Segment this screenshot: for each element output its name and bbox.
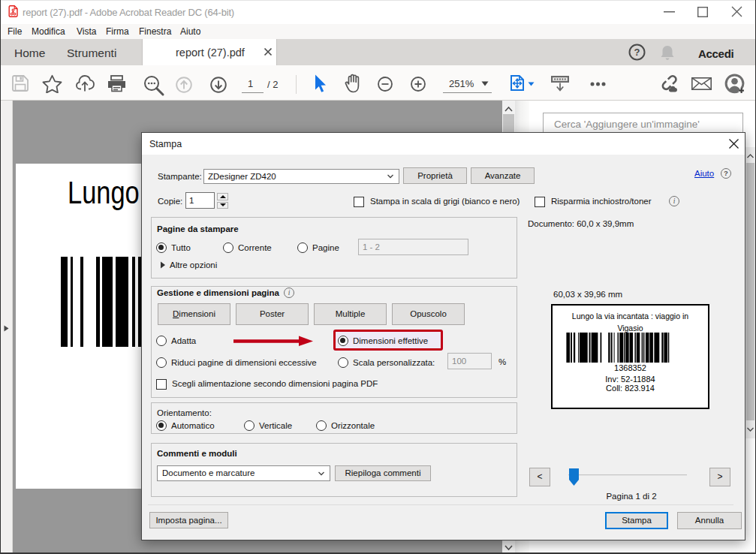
svg-text:?: ? [634,47,640,58]
